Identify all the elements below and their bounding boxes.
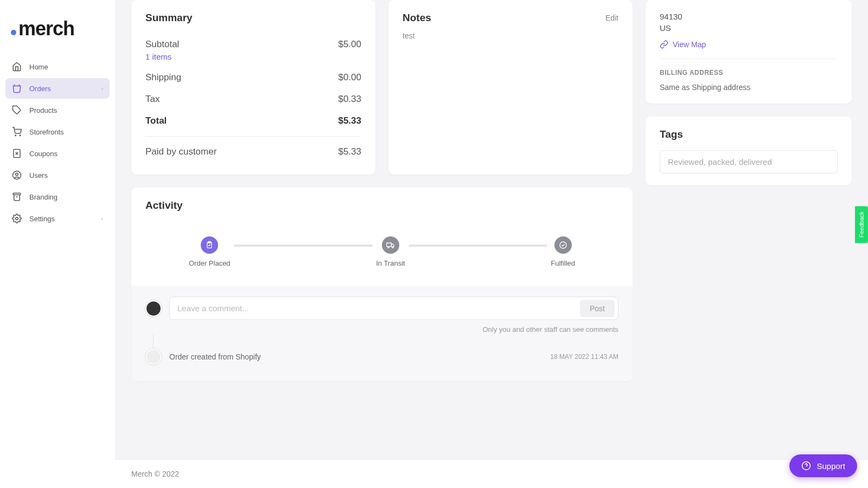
svg-rect-9	[387, 243, 392, 247]
logo[interactable]: merch	[5, 11, 110, 56]
comment-area: Post Only you and other staff can see co…	[131, 286, 633, 381]
sidebar: merch Home Orders › Products Storefronts…	[0, 0, 115, 488]
sidebar-item-label: Home	[29, 63, 48, 71]
support-label: Support	[816, 461, 845, 471]
notes-title: Notes	[403, 12, 431, 24]
activity-stepper: Order Placed In Transit Fulfilled	[145, 221, 618, 286]
comment-hint: Only you and other staff can see comment…	[145, 325, 618, 333]
step-connector	[409, 245, 548, 247]
avatar	[145, 349, 162, 365]
divider	[145, 136, 361, 137]
sidebar-item-products[interactable]: Products	[5, 100, 110, 120]
notes-edit-button[interactable]: Edit	[605, 14, 618, 22]
help-icon	[801, 461, 811, 471]
activity-card: Activity Order Placed In Transit	[131, 188, 633, 381]
subtotal-value: $5.00	[338, 39, 361, 61]
view-map-link[interactable]: View Map	[660, 40, 838, 59]
paid-value: $5.33	[338, 146, 361, 157]
home-icon	[12, 62, 22, 72]
log-text: Order created from Shopify	[169, 352, 261, 361]
sidebar-item-label: Coupons	[29, 150, 58, 158]
chevron-right-icon: ›	[101, 86, 103, 92]
svg-point-5	[16, 173, 18, 176]
address-postal: 94130	[660, 12, 838, 21]
bag-icon	[12, 84, 22, 93]
svg-point-7	[16, 217, 18, 220]
tags-card: Tags	[646, 117, 852, 185]
step-connector	[234, 245, 373, 247]
step-order-placed: Order Placed	[189, 236, 231, 267]
sidebar-item-settings[interactable]: Settings ›	[5, 208, 110, 229]
items-link[interactable]: 1 items	[145, 52, 179, 61]
step-label: Order Placed	[189, 259, 231, 267]
chevron-right-icon: ›	[101, 216, 103, 222]
sidebar-item-home[interactable]: Home	[5, 56, 110, 77]
tax-value: $0.33	[338, 94, 361, 105]
clipboard-icon	[201, 236, 218, 254]
tags-title: Tags	[660, 129, 838, 140]
sidebar-item-label: Orders	[29, 85, 51, 93]
billing-heading: BILLING ADDRESS	[660, 69, 838, 76]
shipping-label: Shipping	[145, 72, 181, 83]
svg-point-1	[15, 135, 16, 136]
step-label: In Transit	[376, 259, 405, 267]
feedback-tab[interactable]: Feedback	[855, 206, 868, 243]
notes-card: Notes Edit test	[388, 0, 633, 175]
sidebar-item-label: Branding	[29, 193, 58, 201]
step-in-transit: In Transit	[376, 236, 405, 267]
sidebar-item-label: Users	[29, 171, 48, 179]
step-label: Fulfilled	[551, 259, 575, 267]
cart-icon	[12, 127, 22, 137]
svg-rect-6	[13, 193, 21, 195]
summary-card: Summary Subtotal 1 items $5.00 Shipping	[131, 0, 375, 175]
tag-icon	[12, 105, 22, 115]
avatar	[145, 300, 162, 317]
link-icon	[660, 40, 668, 49]
address-country: US	[660, 23, 838, 33]
check-circle-icon	[554, 236, 572, 254]
activity-title: Activity	[145, 200, 618, 211]
logo-dot-icon	[11, 30, 16, 35]
sidebar-item-storefronts[interactable]: Storefronts	[5, 121, 110, 142]
paid-label: Paid by customer	[145, 146, 216, 157]
summary-title: Summary	[145, 12, 361, 24]
footer-text: Merch © 2022	[131, 470, 179, 478]
total-label: Total	[145, 115, 167, 126]
activity-log-row: Order created from Shopify 18 MAY 2022 1…	[145, 349, 618, 370]
archive-icon	[12, 192, 22, 202]
address-card: 94130 US View Map BILLING ADDRESS Same a…	[646, 0, 852, 104]
step-fulfilled: Fulfilled	[551, 236, 575, 267]
sidebar-item-coupons[interactable]: Coupons	[5, 143, 110, 164]
view-map-label: View Map	[673, 40, 706, 49]
sidebar-item-label: Storefronts	[29, 128, 64, 136]
tax-label: Tax	[145, 94, 159, 105]
subtotal-label: Subtotal	[145, 39, 179, 50]
tags-input[interactable]	[660, 150, 838, 174]
sidebar-item-orders[interactable]: Orders ›	[5, 78, 110, 99]
sidebar-item-label: Settings	[29, 215, 55, 223]
svg-point-11	[392, 247, 394, 248]
total-value: $5.33	[338, 115, 361, 126]
svg-point-12	[560, 242, 566, 248]
sidebar-item-users[interactable]: Users	[5, 165, 110, 185]
comment-input[interactable]	[177, 299, 580, 317]
comment-input-wrap: Post	[169, 297, 618, 320]
truck-icon	[382, 236, 399, 254]
svg-point-2	[20, 135, 21, 136]
shipping-value: $0.00	[338, 72, 361, 83]
footer: Merch © 2022	[115, 459, 868, 488]
user-icon	[12, 170, 22, 180]
log-date: 18 MAY 2022 11:43 AM	[550, 353, 618, 361]
receipt-icon	[12, 149, 22, 158]
post-button[interactable]: Post	[580, 300, 615, 317]
support-button[interactable]: Support	[789, 454, 857, 477]
billing-text: Same as Shipping address	[660, 83, 838, 92]
gear-icon	[12, 214, 22, 223]
notes-body: test	[403, 31, 618, 40]
sidebar-item-label: Products	[29, 106, 57, 114]
sidebar-item-branding[interactable]: Branding	[5, 187, 110, 207]
logo-text: merch	[18, 17, 74, 40]
svg-point-10	[388, 247, 390, 248]
